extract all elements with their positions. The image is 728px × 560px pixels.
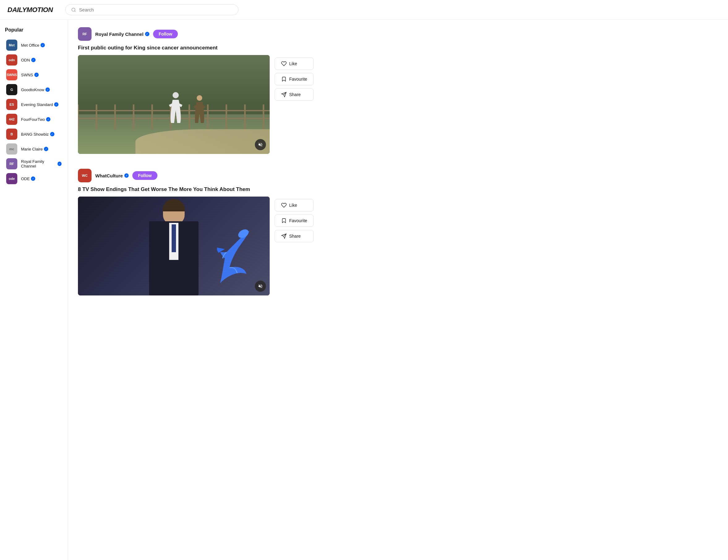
channel-avatar-marie-claire: mc: [6, 143, 17, 155]
video-channel-name-video-1: Royal Family Channel ✓: [95, 32, 149, 37]
sidebar-item-odn[interactable]: odn ODN ✓: [5, 53, 63, 67]
video-thumbnail-video-2[interactable]: [78, 197, 270, 295]
share-button-video-2[interactable]: Share: [275, 230, 314, 242]
channel-avatar-met-office: Met: [6, 40, 17, 51]
channel-avatar-fourfourtwo: 442: [6, 114, 17, 125]
channel-name-royal-family: Royal Family Channel ✓: [21, 159, 62, 169]
channel-avatar-evening-standard: ES: [6, 99, 17, 110]
share-button-video-1[interactable]: Share: [275, 88, 314, 101]
channel-name-ode: ODE ✓: [21, 177, 35, 181]
verified-badge-video-video-2: ✓: [124, 173, 129, 178]
follow-button-video-1[interactable]: Follow: [153, 30, 178, 38]
svg-line-1: [75, 11, 75, 12]
search-bar: [65, 4, 238, 15]
video-actions-video-1: Like Favourite Share: [275, 55, 314, 101]
video-title-video-2: 8 TV Show Endings That Get Worse The Mor…: [78, 186, 336, 193]
sidebar-item-marie-claire[interactable]: mc Marie Claire ✓: [5, 142, 63, 156]
video-actions-video-2: Like Favourite Share: [275, 197, 314, 242]
video-channel-avatar-video-1: RF: [78, 27, 92, 41]
verified-badge-marie-claire: ✓: [44, 147, 48, 151]
sidebar-item-royal-family[interactable]: RF Royal Family Channel ✓: [5, 156, 63, 171]
channel-avatar-odn: odn: [6, 54, 17, 66]
verified-badge-royal-family: ✓: [58, 162, 62, 166]
mute-button-video-1[interactable]: [255, 139, 266, 150]
svg-point-15: [173, 92, 179, 98]
verified-badge-odn: ✓: [31, 58, 36, 62]
video-channel-name-video-2: WhatCulture ✓: [95, 173, 129, 178]
search-icon: [71, 7, 76, 12]
sidebar-item-bang-showbiz[interactable]: B BANG Showbiz ✓: [5, 127, 63, 142]
logo[interactable]: DAILYMOTION: [7, 6, 53, 14]
header: DAILYMOTION: [0, 0, 728, 20]
verified-badge-video-video-1: ✓: [145, 32, 149, 36]
channel-name-met-office: Met Office ✓: [21, 43, 45, 48]
channel-name-swns: SWNS ✓: [21, 73, 39, 77]
sidebar-item-met-office[interactable]: Met Met Office ✓: [5, 38, 63, 53]
channel-name-marie-claire: Marie Claire ✓: [21, 147, 48, 152]
video-header-video-2: WC WhatCulture ✓ Follow: [78, 169, 336, 182]
video-header-video-1: RF Royal Family Channel ✓ Follow: [78, 27, 336, 41]
video-row-video-2: Like Favourite Share: [78, 197, 336, 295]
channel-name-fourfourtwo: FourFourTwo ✓: [21, 117, 50, 122]
sidebar: Popular Met Met Office ✓ odn ODN ✓ SWNS …: [0, 20, 68, 560]
like-button-video-2[interactable]: Like: [275, 199, 314, 212]
follow-button-video-2[interactable]: Follow: [132, 171, 157, 180]
verified-badge-met-office: ✓: [41, 43, 45, 47]
main-layout: Popular Met Met Office ✓ odn ODN ✓ SWNS …: [0, 20, 728, 560]
content: RF Royal Family Channel ✓ Follow First p…: [68, 20, 346, 560]
channel-name-goodtoknow: GoodtoKnow ✓: [21, 88, 50, 92]
sidebar-item-goodtoknow[interactable]: G GoodtoKnow ✓: [5, 82, 63, 97]
channel-avatar-ode: ode: [6, 173, 17, 184]
sidebar-title: Popular: [5, 27, 63, 33]
svg-point-16: [197, 95, 202, 101]
channel-name-odn: ODN ✓: [21, 58, 36, 62]
videos-container: RF Royal Family Channel ✓ Follow First p…: [78, 27, 336, 295]
verified-badge-evening-standard: ✓: [54, 102, 58, 107]
verified-badge-fourfourtwo: ✓: [46, 117, 50, 122]
channel-avatar-bang-showbiz: B: [6, 129, 17, 140]
sidebar-item-swns[interactable]: SWNS SWNS ✓: [5, 67, 63, 82]
video-channel-avatar-video-2: WC: [78, 169, 92, 182]
channel-name-bang-showbiz: BANG Showbiz ✓: [21, 132, 54, 137]
verified-badge-ode: ✓: [31, 177, 35, 181]
video-row-video-1: Like Favourite Share: [78, 55, 336, 154]
search-input[interactable]: [79, 7, 233, 12]
mute-button-video-2[interactable]: [255, 280, 266, 292]
favourite-button-video-2[interactable]: Favourite: [275, 215, 314, 227]
verified-badge-swns: ✓: [34, 73, 39, 77]
sidebar-item-evening-standard[interactable]: ES Evening Standard ✓: [5, 97, 63, 112]
verified-badge-bang-showbiz: ✓: [50, 132, 54, 136]
channel-avatar-royal-family: RF: [6, 158, 17, 169]
channel-avatar-goodtoknow: G: [6, 84, 17, 95]
like-button-video-1[interactable]: Like: [275, 58, 314, 70]
channel-name-evening-standard: Evening Standard ✓: [21, 102, 58, 107]
sidebar-item-ode[interactable]: ode ODE ✓: [5, 171, 63, 186]
video-card-video-1: RF Royal Family Channel ✓ Follow First p…: [78, 27, 336, 154]
sidebar-items: Met Met Office ✓ odn ODN ✓ SWNS SWNS ✓ G…: [5, 38, 63, 186]
sidebar-item-fourfourtwo[interactable]: 442 FourFourTwo ✓: [5, 112, 63, 127]
verified-badge-goodtoknow: ✓: [45, 88, 50, 92]
video-title-video-1: First public outing for King since cance…: [78, 45, 336, 51]
favourite-button-video-1[interactable]: Favourite: [275, 73, 314, 85]
video-card-video-2: WC WhatCulture ✓ Follow 8 TV Show Ending…: [78, 169, 336, 295]
svg-point-0: [72, 8, 75, 11]
video-thumbnail-video-1[interactable]: [78, 55, 270, 154]
channel-avatar-swns: SWNS: [6, 69, 17, 80]
